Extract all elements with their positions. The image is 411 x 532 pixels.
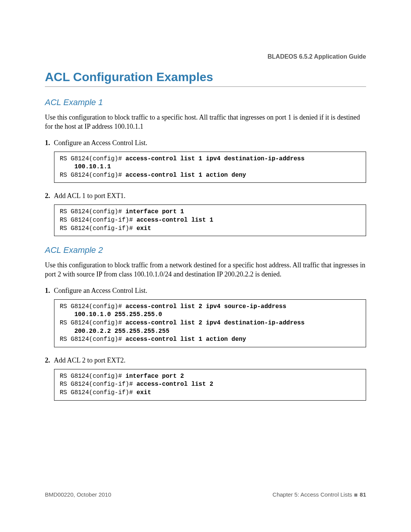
example1-code2: RS G8124(config)# interface port 1 RS G8… (54, 204, 366, 236)
code-prompt: RS G8124(config)# (60, 208, 126, 215)
code-cmd: 100.10.1.1 (60, 163, 111, 170)
code-cmd: interface port 2 (126, 373, 184, 380)
step-number: 1. (45, 287, 50, 295)
example2-step1: 1. Configure an Access Control List. (45, 287, 366, 295)
step-text: Add ACL 1 to port EXT1. (54, 192, 126, 200)
square-bullet-icon (354, 494, 357, 497)
code-prompt: RS G8124(config-if)# (60, 389, 137, 396)
page: BLADEOS 6.5.2 Application Guide ACL Conf… (0, 0, 411, 532)
code-cmd: access-control list 1 ipv4 destination-i… (126, 155, 304, 162)
code-prompt: RS G8124(config-if)# (60, 217, 137, 224)
code-prompt: RS G8124(config)# (60, 155, 126, 162)
footer-left: BMD00220, October 2010 (45, 491, 111, 498)
code-cmd: access-control list 1 (137, 217, 213, 224)
title-rule (45, 86, 366, 87)
step-number: 2. (45, 192, 50, 200)
code-cmd: 100.10.1.0 255.255.255.0 (60, 311, 162, 318)
example2-heading: ACL Example 2 (45, 245, 366, 255)
footer: BMD00220, October 2010 Chapter 5: Access… (45, 491, 366, 498)
code-cmd: access-control list 2 (137, 381, 213, 388)
step-number: 2. (45, 356, 50, 364)
code-prompt: RS G8124(config)# (60, 320, 126, 326)
code-cmd: exit (137, 389, 151, 396)
code-prompt: RS G8124(config)# (60, 303, 126, 310)
code-prompt: RS G8124(config)# (60, 336, 126, 343)
page-number: 81 (360, 491, 366, 498)
code-cmd: interface port 1 (126, 208, 184, 215)
example2-code1: RS G8124(config)# access-control list 2 … (54, 299, 366, 347)
code-prompt: RS G8124(config)# (60, 172, 126, 179)
code-cmd: exit (137, 225, 151, 232)
page-title: ACL Configuration Examples (45, 70, 366, 84)
code-cmd: access-control list 2 ipv4 source-ip-add… (126, 303, 286, 310)
step-text: Configure an Access Control List. (54, 287, 147, 295)
code-prompt: RS G8124(config)# (60, 373, 126, 380)
step-text: Configure an Access Control List. (54, 139, 147, 147)
footer-chapter: Chapter 5: Access Control Lists (272, 491, 352, 498)
code-cmd: 200.20.2.2 255.255.255.255 (60, 328, 169, 335)
example2-intro: Use this configuration to block traffic … (45, 260, 366, 279)
code-prompt: RS G8124(config-if)# (60, 225, 137, 232)
example1-heading: ACL Example 1 (45, 97, 366, 107)
running-header: BLADEOS 6.5.2 Application Guide (45, 53, 366, 60)
footer-right: Chapter 5: Access Control Lists81 (272, 491, 366, 498)
example1-step1: 1. Configure an Access Control List. (45, 139, 366, 147)
step-number: 1. (45, 139, 50, 147)
example1-code1: RS G8124(config)# access-control list 1 … (54, 152, 366, 183)
code-prompt: RS G8124(config-if)# (60, 381, 137, 388)
step-text: Add ACL 2 to port EXT2. (54, 356, 126, 364)
code-cmd: access-control list 1 action deny (126, 336, 246, 343)
code-cmd: access-control list 2 ipv4 destination-i… (126, 320, 304, 326)
example2-step2: 2. Add ACL 2 to port EXT2. (45, 356, 366, 364)
example1-step2: 2. Add ACL 1 to port EXT1. (45, 192, 366, 200)
example2-code2: RS G8124(config)# interface port 2 RS G8… (54, 369, 366, 401)
code-cmd: access-control list 1 action deny (126, 172, 246, 179)
example1-intro: Use this configuration to block traffic … (45, 113, 366, 131)
